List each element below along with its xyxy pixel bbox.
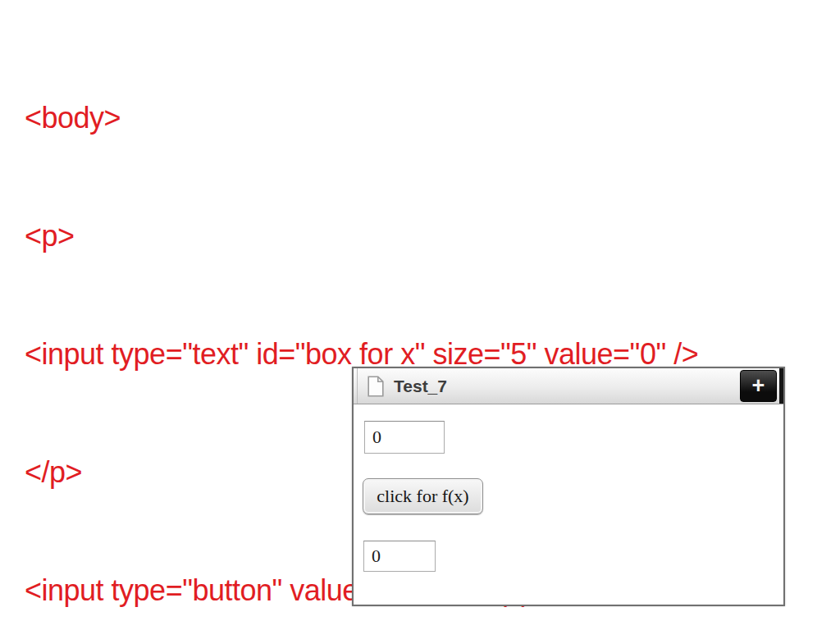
- slide: { "slide": { "code_color": "#e11d23", "c…: [0, 0, 840, 630]
- click-for-fx-button[interactable]: click for f(x): [363, 478, 483, 514]
- box-for-fx-input[interactable]: [363, 541, 436, 572]
- browser-content: click for f(x): [354, 404, 783, 605]
- tab-strip-edge: [779, 368, 783, 404]
- code-line: <p>: [25, 217, 725, 256]
- tab-bar: Test_7 +: [354, 368, 783, 404]
- browser-window: Test_7 + click for f(x): [352, 367, 785, 606]
- page-icon: [368, 376, 384, 397]
- new-tab-button[interactable]: +: [740, 370, 777, 402]
- code-line: <body>: [25, 98, 725, 138]
- tab-title: Test_7: [394, 377, 447, 396]
- box-for-x-input[interactable]: [364, 421, 445, 454]
- tab-test7[interactable]: Test_7: [357, 368, 734, 404]
